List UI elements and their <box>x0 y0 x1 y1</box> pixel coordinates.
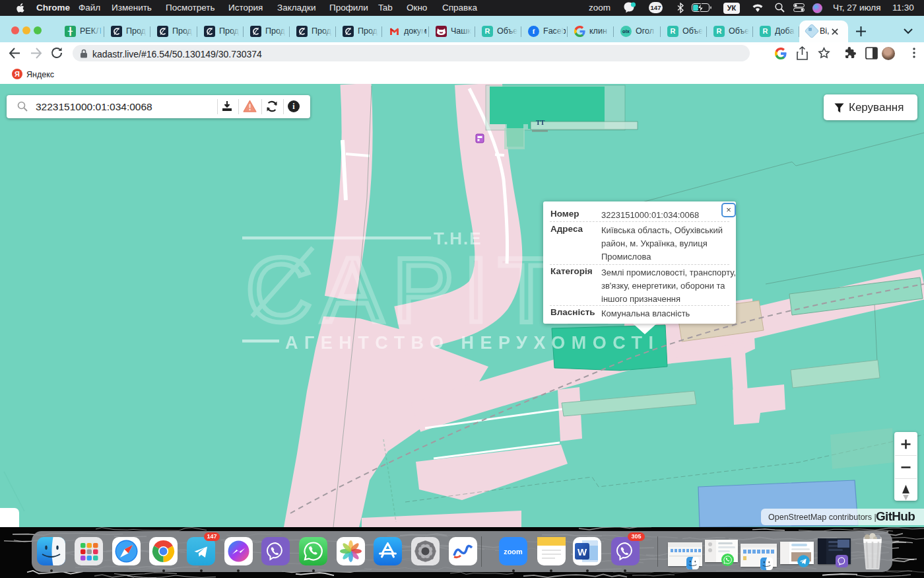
svg-text:ТТ: ТТ <box>536 119 545 126</box>
svg-text:АГЕНТСТВО НЕРУХОМОСТІ: АГЕНТСТВО НЕРУХОМОСТІ <box>285 333 660 353</box>
svg-text:zoom: zoom <box>504 548 523 556</box>
svg-text:W: W <box>578 546 587 558</box>
